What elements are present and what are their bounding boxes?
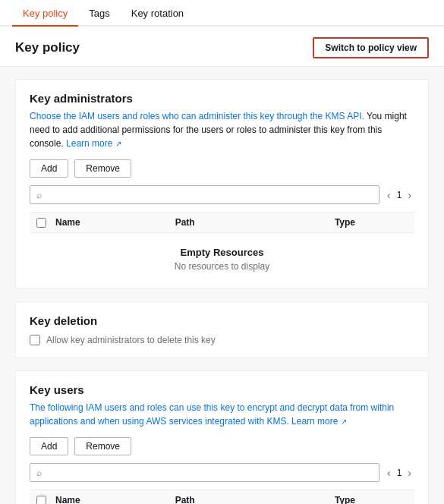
- main-content: Key administrators Choose the IAM users …: [0, 67, 444, 504]
- key-users-col-check: [30, 496, 52, 505]
- key-deletion-checkbox-label: Allow key administrators to delete this …: [46, 335, 216, 345]
- key-users-add-button[interactable]: Add: [30, 437, 68, 455]
- key-administrators-page-num: 1: [397, 190, 402, 200]
- key-administrators-table-empty: Empty Resources No resources to display: [30, 233, 414, 276]
- key-users-col-type: Type: [335, 495, 414, 504]
- key-users-remove-button[interactable]: Remove: [74, 437, 131, 455]
- key-administrators-section: Key administrators Choose the IAM users …: [15, 79, 429, 289]
- key-users-section: Key users The following IAM users and ro…: [15, 370, 429, 504]
- key-administrators-empty-sub: No resources to display: [30, 261, 414, 272]
- key-users-search-row: ⌕ ‹ 1 ›: [30, 463, 414, 482]
- key-administrators-description: Choose the IAM users and roles who can a…: [30, 109, 414, 150]
- key-users-title: Key users: [30, 383, 414, 396]
- search-icon: ⌕: [36, 468, 42, 478]
- key-administrators-search-wrap[interactable]: ⌕: [30, 185, 379, 204]
- tab-key-policy[interactable]: Key policy: [12, 0, 78, 27]
- tab-key-rotation[interactable]: Key rotation: [121, 0, 194, 27]
- key-administrators-col-type: Type: [335, 217, 414, 228]
- key-administrators-btn-row: Add Remove: [30, 159, 414, 178]
- key-users-col-name: Name: [52, 495, 175, 504]
- tabs-bar: Key policy Tags Key rotation: [0, 0, 444, 27]
- page-header: Key policy Switch to policy view: [0, 27, 444, 67]
- key-administrators-search-row: ⌕ ‹ 1 ›: [30, 185, 414, 204]
- key-administrators-search-input[interactable]: [45, 189, 373, 200]
- switch-to-policy-view-button[interactable]: Switch to policy view: [313, 37, 429, 58]
- key-users-btn-row: Add Remove: [30, 437, 414, 455]
- tab-tags[interactable]: Tags: [78, 0, 120, 27]
- search-icon: ⌕: [36, 190, 42, 200]
- key-users-search-wrap[interactable]: ⌕: [30, 463, 379, 482]
- key-users-select-all-checkbox[interactable]: [36, 496, 46, 505]
- key-administrators-desc-text: Choose the IAM users and roles who can a…: [30, 111, 364, 121]
- key-administrators-prev-btn[interactable]: ‹: [384, 189, 394, 201]
- key-administrators-col-name: Name: [52, 217, 175, 228]
- key-users-col-path: Path: [175, 495, 335, 504]
- key-deletion-title: Key deletion: [30, 314, 414, 327]
- key-users-search-input[interactable]: [45, 467, 373, 478]
- key-users-learn-more-link[interactable]: Learn more ↗: [291, 416, 347, 427]
- page-title: Key policy: [15, 40, 80, 55]
- key-administrators-title: Key administrators: [30, 92, 414, 105]
- page-wrapper: Key policy Tags Key rotation Key policy …: [0, 0, 444, 504]
- key-users-prev-btn[interactable]: ‹: [384, 467, 394, 479]
- key-administrators-next-btn[interactable]: ›: [405, 189, 414, 201]
- key-administrators-col-path: Path: [175, 217, 335, 228]
- key-administrators-col-check: [30, 218, 52, 228]
- key-users-table-header: Name Path Type: [30, 490, 414, 504]
- key-administrators-add-button[interactable]: Add: [30, 159, 68, 178]
- key-deletion-checkbox-row: Allow key administrators to delete this …: [30, 335, 414, 345]
- key-users-page-num: 1: [397, 468, 402, 478]
- key-users-next-btn[interactable]: ›: [405, 467, 414, 479]
- key-administrators-pagination: ‹ 1 ›: [384, 189, 414, 201]
- key-administrators-table-header: Name Path Type: [30, 212, 414, 233]
- key-administrators-remove-button[interactable]: Remove: [74, 159, 131, 178]
- key-administrators-empty-title: Empty Resources: [30, 247, 414, 258]
- key-deletion-section: Key deletion Allow key administrators to…: [15, 301, 429, 358]
- key-administrators-learn-more-link[interactable]: Learn more ↗: [66, 138, 121, 149]
- key-users-pagination: ‹ 1 ›: [384, 467, 414, 479]
- key-deletion-checkbox[interactable]: [30, 335, 40, 345]
- key-deletion-content: Allow key administrators to delete this …: [30, 335, 414, 345]
- key-users-description: The following IAM users and roles can us…: [30, 401, 414, 428]
- key-administrators-select-all-checkbox[interactable]: [36, 218, 46, 228]
